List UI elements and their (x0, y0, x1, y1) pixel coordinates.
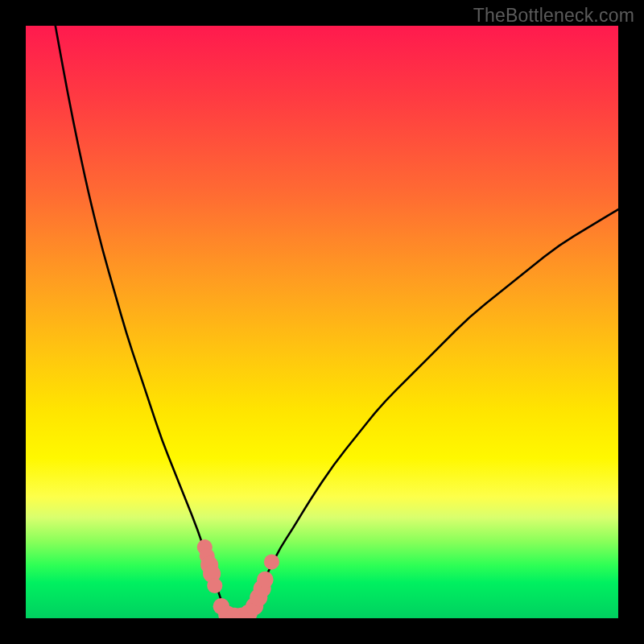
plot-area (26, 26, 618, 618)
right-curve (245, 209, 618, 618)
chart-frame: TheBottleneck.com (0, 0, 644, 644)
data-marker (257, 572, 274, 588)
data-marker (264, 555, 279, 570)
left-curve (56, 26, 227, 618)
chart-svg (26, 26, 618, 618)
watermark-text: TheBottleneck.com (473, 5, 634, 27)
data-markers (197, 539, 279, 618)
data-marker (207, 578, 222, 593)
